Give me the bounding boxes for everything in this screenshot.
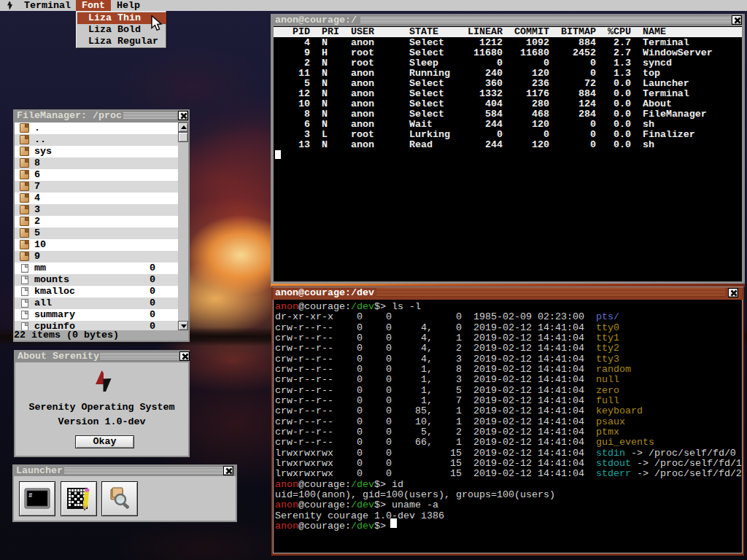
svg-text:#: # bbox=[28, 492, 33, 499]
